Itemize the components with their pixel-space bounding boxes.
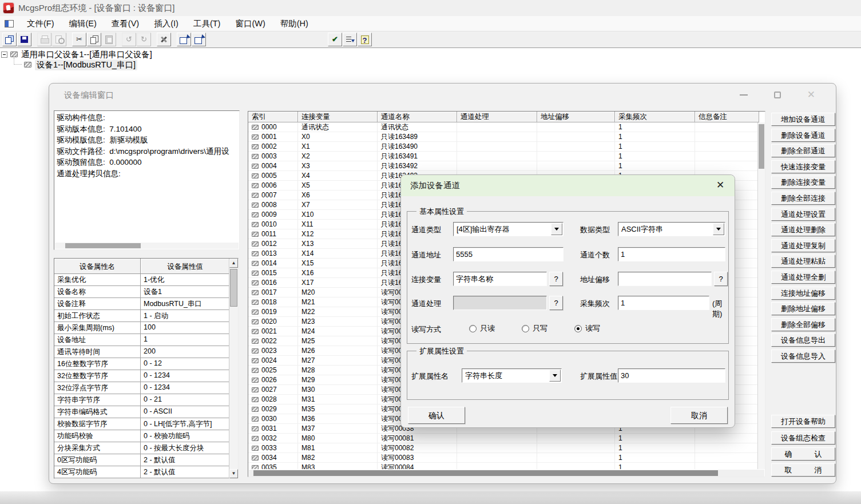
driver-info-hscrollbar[interactable] — [55, 243, 239, 249]
scrollbar-thumb[interactable] — [759, 124, 764, 169]
dialog-cancel-button[interactable]: 取消 — [670, 407, 728, 424]
side-button-15[interactable]: 设备信息导出 — [771, 334, 835, 347]
scrollbar-thumb[interactable] — [253, 470, 718, 476]
channel-type-select[interactable]: [4区]输出寄存器 — [453, 222, 564, 236]
open-device-help-button[interactable]: 打开设备帮助 — [771, 415, 835, 428]
menu-item-3[interactable]: 查看(V) — [104, 17, 146, 31]
side-button-7[interactable]: 通道处理设置 — [771, 208, 835, 221]
channel-col-header[interactable]: 索引 — [248, 112, 298, 122]
tree-item-parent-device[interactable]: 通用串口父设备1--[通用串口父设备] — [1, 49, 152, 59]
side-button-11[interactable]: 通道处理全删 — [771, 271, 835, 284]
property-row[interactable]: 字符串编码格式0 - ASCII — [54, 406, 230, 418]
property-row[interactable]: 字符串字节序0 - 21 — [54, 394, 230, 406]
side-button-3[interactable]: 删除全部通道 — [771, 144, 835, 157]
channel-col-header[interactable]: 地址偏移 — [537, 112, 615, 122]
side-button-4[interactable]: 快速连接变量 — [771, 160, 835, 173]
rw-radio-只读[interactable]: 只读 — [469, 323, 495, 334]
channel-row[interactable]: 0035M83读写000841 — [248, 463, 765, 469]
menu-item-7[interactable]: 帮助(H) — [273, 17, 316, 31]
menu-item-2[interactable]: 编辑(E) — [62, 17, 104, 31]
side-button-1[interactable]: 增加设备通道 — [771, 113, 835, 126]
device-window-button-1[interactable] — [177, 33, 191, 46]
channel-row[interactable]: 0034M82读写000831 — [248, 453, 765, 463]
side-button-9[interactable]: 通道处理复制 — [771, 239, 835, 252]
editor-cancel-button[interactable]: 取 消 — [771, 463, 835, 477]
menu-item-4[interactable]: 插入(I) — [146, 17, 186, 31]
help-button[interactable]: ? — [358, 33, 372, 46]
scrollbar-thumb[interactable] — [65, 243, 141, 248]
property-row[interactable]: 校验数据字节序0 - LH[低字节,高字节] — [54, 418, 230, 430]
device-window-button-2[interactable] — [192, 33, 206, 46]
channel-col-header[interactable]: 信息备注 — [695, 112, 759, 122]
collect-freq-input[interactable] — [618, 296, 709, 310]
sort-button[interactable] — [343, 33, 357, 46]
property-row[interactable]: 通讯等待时间200 — [54, 346, 230, 358]
syntax-check-button[interactable]: ✔ — [328, 33, 342, 46]
scroll-up-icon[interactable]: ▲ — [229, 259, 238, 268]
new-button[interactable] — [2, 33, 17, 46]
channel-col-header[interactable]: 采集频次 — [615, 112, 695, 122]
tools-button[interactable] — [157, 33, 171, 46]
menu-item-6[interactable]: 窗口(W) — [228, 17, 272, 31]
channel-row[interactable]: 0003X2只读1634911 — [248, 152, 765, 161]
address-offset-input[interactable] — [618, 272, 712, 286]
side-button-14[interactable]: 删除全部偏移 — [771, 318, 835, 331]
property-table-vscrollbar[interactable]: ▲ ▼ — [229, 259, 238, 478]
chevron-down-icon[interactable] — [549, 370, 561, 382]
scroll-down-icon[interactable]: ▼ — [229, 469, 238, 478]
property-row[interactable]: 采集优化1-优化 — [54, 274, 230, 286]
channel-row[interactable]: 0033M81读写000821 — [248, 443, 765, 453]
close-icon[interactable]: ✕ — [807, 91, 815, 99]
property-row[interactable]: 功能码校验0 - 校验功能码 — [54, 430, 230, 442]
property-row[interactable]: 设备地址1 — [54, 334, 230, 346]
menu-item-5[interactable]: 工具(T) — [186, 17, 228, 31]
side-button-5[interactable]: 删除连接变量 — [771, 176, 835, 189]
channel-row[interactable]: 0002X1只读1634901 — [248, 142, 765, 152]
channel-count-input[interactable] — [618, 247, 725, 261]
menu-item-1[interactable]: 文件(F) — [19, 17, 62, 31]
side-button-13[interactable]: 删除地址偏移 — [771, 302, 835, 315]
rw-radio-读写[interactable]: 读写 — [574, 323, 600, 334]
property-row[interactable]: 16位整数字节序0 - 12 — [54, 358, 230, 370]
property-row[interactable]: 最小采集周期(ms)100 — [54, 322, 230, 334]
rw-radio-只写[interactable]: 只写 — [522, 323, 547, 334]
property-row[interactable]: 设备名称设备1 — [54, 286, 230, 298]
ext-name-select[interactable]: 字符串长度 — [462, 368, 562, 383]
ext-value-input[interactable] — [618, 368, 725, 383]
scrollbar-thumb[interactable] — [230, 269, 237, 307]
channel-col-header[interactable]: 连接变量 — [298, 112, 378, 122]
channel-col-header[interactable]: 通道名称 — [378, 112, 457, 122]
channel-table-hscrollbar[interactable] — [249, 470, 764, 477]
address-offset-help-button[interactable]: ? — [714, 272, 728, 286]
device-config-check-button[interactable]: 设备组态检查 — [771, 431, 835, 445]
save-button[interactable] — [17, 33, 31, 46]
link-variable-help-button[interactable]: ? — [549, 272, 563, 286]
maximize-icon[interactable] — [774, 92, 781, 98]
dialog-ok-button[interactable]: 确认 — [408, 407, 465, 424]
cut-button[interactable]: ✂ — [72, 33, 86, 46]
tree-item-device1[interactable]: 设备1--[ModbusRTU_串口] — [14, 59, 152, 70]
side-button-12[interactable]: 连接地址偏移 — [771, 287, 835, 300]
channel-col-header[interactable]: 通道处理 — [457, 112, 537, 122]
channel-row[interactable]: 0004X3只读1634921 — [248, 161, 765, 171]
channel-process-help-button[interactable]: ? — [549, 296, 563, 310]
channel-row[interactable]: 0001X0只读1634891 — [248, 132, 765, 142]
property-row[interactable]: 32位整数字节序0 - 1234 — [54, 370, 230, 382]
editor-ok-button[interactable]: 确 认 — [771, 447, 835, 461]
copy-button[interactable] — [87, 33, 101, 46]
side-button-2[interactable]: 删除设备通道 — [771, 129, 835, 142]
property-row[interactable]: 32位浮点字节序0 - 1234 — [54, 382, 230, 394]
side-button-8[interactable]: 通道处理删除 — [771, 223, 835, 236]
channel-table-vscrollbar[interactable] — [757, 122, 765, 469]
link-variable-input[interactable] — [453, 272, 547, 286]
chevron-down-icon[interactable] — [713, 223, 724, 235]
child-window-icon[interactable] — [5, 20, 14, 27]
property-row[interactable]: 设备注释ModbusRTU_串口 — [54, 298, 230, 310]
channel-row[interactable]: 0032M80读写000811 — [248, 434, 765, 443]
channel-row[interactable]: 0000通讯状态通讯状态1 — [248, 122, 765, 132]
side-button-10[interactable]: 通道处理粘贴 — [771, 255, 835, 268]
close-icon[interactable]: ✕ — [714, 179, 727, 192]
tree-collapse-icon[interactable] — [1, 51, 7, 58]
side-button-16[interactable]: 设备信息导入 — [771, 350, 835, 363]
side-button-6[interactable]: 删除全部连接 — [771, 192, 835, 205]
